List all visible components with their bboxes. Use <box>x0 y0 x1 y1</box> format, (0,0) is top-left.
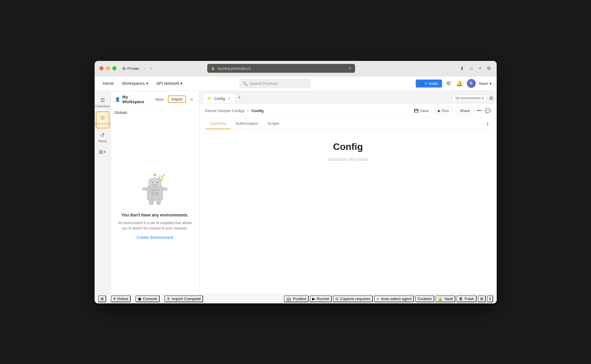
capture-icon: ⊙ <box>335 297 339 301</box>
sort-icon[interactable]: ≡ <box>188 96 195 103</box>
title-bar: ⊞ Private ‹ › 🔒 socotra.postman.co ⟳ ⬇ ⌂… <box>95 61 497 76</box>
vault-button[interactable]: 🔒 Vault <box>435 295 455 302</box>
import-complete-label: Import Complete <box>172 297 201 301</box>
more-button[interactable]: ••• <box>477 108 482 113</box>
forward-button[interactable]: › <box>148 65 153 72</box>
sidebar-item-history[interactable]: ↺ History <box>96 130 109 145</box>
workspaces-nav[interactable]: Workspaces ▾ <box>119 79 152 88</box>
folder-description-placeholder[interactable]: Add folder description <box>328 157 368 162</box>
back-button[interactable]: ‹ <box>142 65 147 72</box>
online-dot <box>113 297 116 300</box>
create-environment-button[interactable]: Create Environment <box>137 235 174 240</box>
info-icon[interactable]: ℹ <box>485 118 491 129</box>
run-button[interactable]: ▶ Run <box>434 107 453 114</box>
cookies-button[interactable]: Cookies <box>415 295 434 302</box>
grid-button[interactable]: ⊞ <box>478 295 486 302</box>
comment-icon[interactable]: 💬 <box>485 108 491 114</box>
new-label: New <box>155 97 163 102</box>
share-button[interactable]: Share <box>456 107 474 114</box>
overview-label: Overview <box>210 121 226 126</box>
sidebar-item-collections[interactable]: ☰ Collections <box>96 95 109 110</box>
svg-rect-16 <box>156 200 161 205</box>
save-icon: 💾 <box>414 109 419 113</box>
runner-button[interactable]: ▶ Runner <box>310 295 332 302</box>
svg-point-18 <box>159 177 162 179</box>
vault-icon: 🔒 <box>438 297 443 301</box>
import-complete-status[interactable]: ① Import Complete <box>164 295 203 302</box>
breadcrumb-separator: / <box>247 109 249 113</box>
run-icon: ▶ <box>438 109 441 113</box>
environments-label: Environments <box>95 122 112 125</box>
add-tab-icon[interactable]: + <box>477 64 482 72</box>
download-icon[interactable]: ⬇ <box>459 64 465 72</box>
svg-rect-9 <box>151 184 158 185</box>
top-nav: Home Workspaces ▾ API Network ▾ 🔍 Search… <box>95 76 497 91</box>
team-button[interactable]: Team ▾ <box>479 81 492 86</box>
env-settings-icon[interactable]: ⊞ <box>489 95 493 101</box>
info-status-button[interactable]: ℹ <box>487 295 493 302</box>
save-label: Save <box>420 109 429 113</box>
invite-button[interactable]: 👤+ Invite <box>416 80 442 88</box>
tab-authorization[interactable]: Authorization <box>231 118 263 129</box>
windows-icon[interactable]: ⧉ <box>486 64 492 72</box>
home-nav[interactable]: Home <box>99 79 117 88</box>
svg-rect-14 <box>162 187 168 190</box>
top-nav-right: 👤+ Invite ⚙ 🔔 S Team ▾ <box>416 79 492 88</box>
capture-requests-button[interactable]: ⊙ Capture requests <box>333 295 373 302</box>
bell-icon[interactable]: 🔔 <box>455 79 464 88</box>
tab-overview[interactable]: Overview <box>205 118 231 129</box>
refresh-area: ⟳ <box>349 67 352 70</box>
layout-button[interactable]: ⊞ <box>98 295 106 302</box>
team-label: Team <box>479 81 488 86</box>
team-chevron: ▾ <box>490 81 492 86</box>
auto-select-label: Auto-select agent <box>381 297 412 301</box>
scripts-label: Scripts <box>268 121 279 126</box>
new-workspace-button[interactable]: New <box>153 96 166 103</box>
no-env-label: No environment <box>456 96 481 100</box>
content-tabs: 📁 Config ✕ + No environment ▾ ⊞ <box>200 91 497 103</box>
address-bar[interactable]: 🔒 socotra.postman.co ⟳ <box>207 64 355 73</box>
auto-select-button[interactable]: ✓ Auto-select agent <box>374 295 414 302</box>
postbot-button[interactable]: 🤖 Postbot <box>284 295 308 302</box>
minimize-button[interactable] <box>106 66 110 70</box>
history-icon: ↺ <box>100 132 105 138</box>
tab-close-icon[interactable]: ✕ <box>228 97 231 101</box>
api-chevron: ▾ <box>180 81 182 86</box>
online-status[interactable]: Online <box>111 295 131 302</box>
private-label: Private <box>127 66 139 71</box>
toolbar-actions: 💾 Save ▶ Run Share ••• 💬 <box>412 107 490 114</box>
private-button[interactable]: ⊞ Private <box>122 66 139 71</box>
workspace-header: 👤 My Workspace New Import ≡ <box>111 91 199 108</box>
sidebar-item-environments[interactable]: ⊞ Environments <box>96 111 109 128</box>
add-tab-button[interactable]: + <box>236 92 243 103</box>
grid-icon: ⊞ <box>480 297 483 301</box>
import-button[interactable]: Import <box>168 96 186 103</box>
maximize-button[interactable] <box>112 66 116 70</box>
trash-button[interactable]: 🗑 Trash <box>456 295 477 302</box>
folder-title: Config <box>333 141 363 152</box>
save-button[interactable]: 💾 Save <box>412 107 431 114</box>
history-label: History <box>98 140 107 143</box>
search-bar[interactable]: 🔍 Search Postman <box>239 79 310 88</box>
no-environment-select[interactable]: No environment ▾ <box>452 95 487 101</box>
collections-label: Collections <box>95 105 110 108</box>
svg-point-6 <box>157 182 158 183</box>
empty-title: You don't have any environments. <box>122 213 188 217</box>
runner-icon: ▶ <box>312 297 315 301</box>
breadcrumb-parent: Kernel Sample Configs <box>205 109 245 113</box>
person-plus-icon: 👤+ <box>420 81 427 86</box>
workspaces-nav-label: Workspaces <box>122 81 145 86</box>
console-button[interactable]: ▣ Console <box>135 295 160 302</box>
folder-tab-icon: 📁 <box>207 96 212 101</box>
svg-point-8 <box>154 174 156 176</box>
settings-icon[interactable]: ⚙ <box>445 79 452 88</box>
api-network-nav[interactable]: API Network ▾ <box>153 79 186 88</box>
close-button[interactable] <box>99 66 103 70</box>
globals-row[interactable]: Globals <box>111 108 199 117</box>
tab-scripts[interactable]: Scripts <box>263 118 284 129</box>
home-icon[interactable]: ⌂ <box>469 64 474 72</box>
sidebar-item-mock[interactable]: ⊞+ <box>96 146 109 158</box>
config-tab[interactable]: 📁 Config ✕ <box>203 94 235 103</box>
home-nav-label: Home <box>103 81 114 86</box>
workspaces-chevron: ▾ <box>146 81 148 86</box>
